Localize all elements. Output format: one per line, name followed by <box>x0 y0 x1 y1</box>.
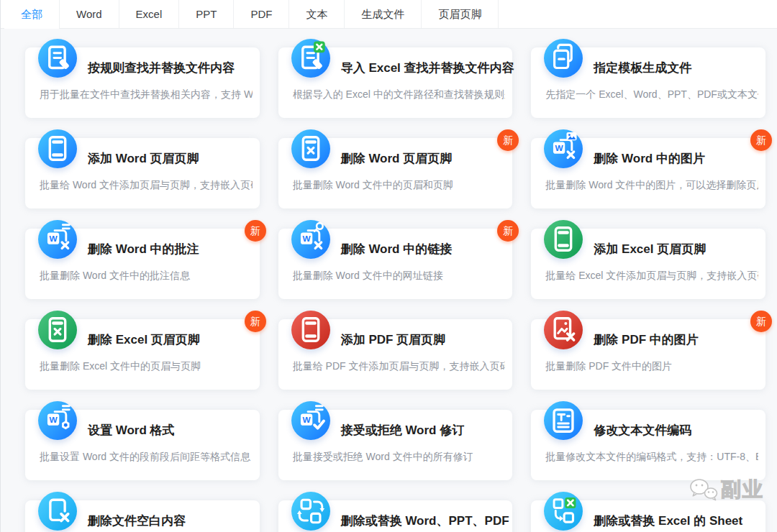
doc-pencil-icon <box>38 39 77 78</box>
word-image-x-icon: W <box>544 129 583 168</box>
category-tab[interactable]: PPT <box>179 0 234 28</box>
svg-text:W: W <box>50 234 58 244</box>
new-badge: 新 <box>750 129 772 151</box>
tool-card[interactable]: 按规则查找并替换文件内容用于批量在文件中查找并替换相关内容，支持 Wor <box>25 47 260 118</box>
tool-description: 批量删除 Word 文件中的页眉和页脚 <box>293 179 506 192</box>
tool-card[interactable]: 删除 Word 页眉页脚批量删除 Word 文件中的页眉和页脚新 <box>278 138 513 208</box>
tool-description: 批量删除 PDF 文件中的图片 <box>545 360 758 373</box>
tool-description: 批量删除 Excel 文件中的页眉与页脚 <box>40 360 253 373</box>
svg-text:W: W <box>302 234 311 244</box>
swap-squares-icon <box>291 492 330 531</box>
tool-title: 删除 Excel 页眉页脚 <box>88 331 200 348</box>
new-badge: 新 <box>497 220 519 242</box>
docs-stack-icon <box>544 39 583 78</box>
page-header-footer-icon <box>38 129 77 168</box>
wechat-icon <box>689 477 719 502</box>
tool-title: 修改文本文件编码 <box>594 422 691 439</box>
doc-x-icon <box>38 492 77 531</box>
page-header-footer-icon <box>544 220 583 259</box>
category-tab[interactable]: 生成文件 <box>345 0 422 28</box>
category-tab[interactable]: 页眉页脚 <box>422 0 499 28</box>
word-link-x-icon: W <box>291 220 330 259</box>
tool-description: 批量设置 Word 文件的段前段后间距等格式信息 <box>40 451 253 464</box>
tool-title: 删除文件空白内容 <box>88 513 186 529</box>
word-gear-icon: W <box>38 401 77 440</box>
tool-description: 批量修改文本文件的编码格式，支持：UTF-8、BIG <box>545 451 758 464</box>
tool-title: 按规则查找并替换文件内容 <box>88 60 235 76</box>
tool-card[interactable]: W 删除 Word 中的链接批量删除 Word 文件中的网址链接新 <box>278 229 513 299</box>
new-badge: 新 <box>245 220 266 242</box>
tool-title: 指定模板生成文件 <box>594 60 691 76</box>
tool-card[interactable]: 删除或替换 Word、PPT、PDF <box>278 500 513 532</box>
tool-card[interactable]: 修改文本文件编码批量修改文本文件的编码格式，支持：UTF-8、BIG <box>531 410 765 480</box>
new-badge: 新 <box>750 311 772 332</box>
category-tab[interactable]: PDF <box>234 0 289 28</box>
tool-card[interactable]: 添加 Word 页眉页脚批量给 Word 文件添加页眉与页脚，支持嵌入页码 <box>25 138 260 208</box>
tool-card[interactable]: 添加 PDF 页眉页脚批量给 PDF 文件添加页眉与页脚，支持嵌入页码 <box>278 319 513 390</box>
tool-title: 添加 PDF 页眉页脚 <box>341 331 445 348</box>
tool-description: 批量给 Excel 文件添加页眉与页脚，支持嵌入页码 <box>545 270 758 283</box>
tool-card[interactable]: W删除 Word 中的批注批量删除 Word 文件中的批注信息新 <box>25 229 260 299</box>
tool-card[interactable]: 指定模板生成文件先指定一个 Excel、Word、PPT、PDF或文本文件作 <box>531 47 765 118</box>
new-badge: 新 <box>497 129 519 151</box>
tools-grid: 按规则查找并替换文件内容用于批量在文件中查找并替换相关内容，支持 Wor 导入 … <box>1 29 777 532</box>
tool-description: 批量给 PDF 文件添加页眉与页脚，支持嵌入页码 <box>293 360 506 373</box>
tool-description: 用于批量在文件中查找并替换相关内容，支持 Wor <box>40 88 253 101</box>
tool-title: 设置 Word 格式 <box>88 422 175 439</box>
category-tab[interactable]: Word <box>60 0 119 28</box>
tool-title: 删除 Word 页眉页脚 <box>341 150 453 167</box>
tool-title: 添加 Excel 页眉页脚 <box>594 241 706 257</box>
category-tab[interactable]: Excel <box>119 0 180 28</box>
page-header-footer-icon <box>291 311 330 349</box>
tool-card[interactable]: 导入 Excel 查找并替换文件内容根据导入的 Excel 中的文件路径和查找替… <box>278 47 513 118</box>
svg-text:W: W <box>302 415 311 425</box>
tool-title: 删除 Word 中的图片 <box>594 150 705 167</box>
tool-title: 删除或替换 Word、PPT、PDF <box>341 513 509 529</box>
category-tab[interactable]: 全部 <box>4 0 60 28</box>
page-header-footer-x-icon <box>38 311 77 349</box>
svg-text:W: W <box>555 143 564 153</box>
tool-card[interactable]: 删除文件空白内容 <box>25 500 260 532</box>
tool-title: 接受或拒绝 Word 修订 <box>341 422 465 439</box>
tool-card[interactable]: 添加 Excel 页眉页脚批量给 Excel 文件添加页眉与页脚，支持嵌入页码 <box>531 229 765 299</box>
tool-card[interactable]: W接受或拒绝 Word 修订批量接受或拒绝 Word 文件中的所有修订 <box>278 410 513 480</box>
tool-description: 批量删除 Word 文件中的批注信息 <box>40 270 253 283</box>
doc-pencil-excel-icon <box>291 39 330 78</box>
image-x-icon <box>544 311 583 349</box>
tool-description: 批量给 Word 文件添加页眉与页脚，支持嵌入页码 <box>40 179 253 192</box>
batch-file-tools-page: 全部WordExcelPPTPDF文本生成文件页眉页脚 按规则查找并替换文件内容… <box>0 0 777 532</box>
tool-title: 删除 Word 中的批注 <box>88 241 199 257</box>
tool-description: 先指定一个 Excel、Word、PPT、PDF或文本文件作 <box>545 88 758 101</box>
tool-title: 导入 Excel 查找并替换文件内容 <box>341 60 514 76</box>
watermark: 副业 <box>689 476 764 503</box>
tool-card[interactable]: 删除 Excel 页眉页脚批量删除 Excel 文件中的页眉与页脚新 <box>25 319 260 390</box>
tool-card[interactable]: W 设置 Word 格式批量设置 Word 文件的段前段后间距等格式信息 <box>25 410 260 480</box>
svg-text:W: W <box>50 415 58 425</box>
tool-title: 删除 PDF 中的图片 <box>594 331 698 348</box>
word-check-icon: W <box>291 401 330 440</box>
tool-title: 删除 Word 中的链接 <box>341 241 453 257</box>
tool-title: 添加 Word 页眉页脚 <box>88 150 199 167</box>
tool-title: 删除或替换 Excel 的 Sheet <box>594 513 742 529</box>
word-comment-x-icon: W <box>38 220 77 259</box>
new-badge: 新 <box>245 311 266 332</box>
page-header-footer-x-icon <box>291 129 330 168</box>
tool-description: 批量接受或拒绝 Word 文件中的所有修订 <box>293 451 506 464</box>
tool-description: 根据导入的 Excel 中的文件路径和查找替换规则来打 <box>293 88 506 101</box>
category-tab[interactable]: 文本 <box>289 0 345 28</box>
category-tabs: 全部WordExcelPPTPDF文本生成文件页眉页脚 <box>1 0 777 29</box>
text-doc-icon <box>544 401 583 440</box>
watermark-text: 副业 <box>721 476 764 503</box>
tool-card[interactable]: 删除 PDF 中的图片批量删除 PDF 文件中的图片新 <box>531 319 765 390</box>
tool-card[interactable]: 删除或替换 Excel 的 Sheet <box>531 500 765 532</box>
excel-sheet-swap-icon <box>544 492 583 531</box>
tool-description: 批量删除 Word 文件中的图片，可以选择删除页眉 <box>545 179 758 192</box>
tool-card[interactable]: W 删除 Word 中的图片批量删除 Word 文件中的图片，可以选择删除页眉新 <box>531 138 765 208</box>
tool-description: 批量删除 Word 文件中的网址链接 <box>293 270 506 283</box>
